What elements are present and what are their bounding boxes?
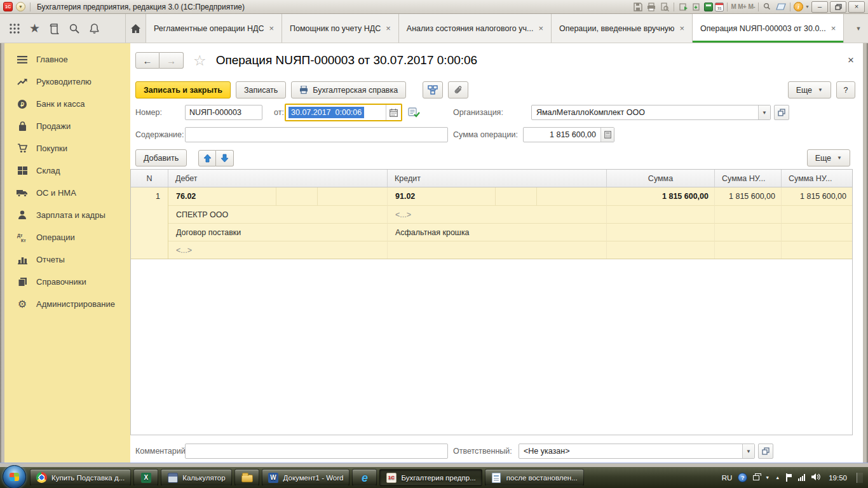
grid-more-button[interactable]: Еще▼ [807,149,850,166]
sidebar-item-reports[interactable]: Отчеты [4,248,130,271]
credit-analytics-cell[interactable]: <...> [388,205,607,223]
taskbar-ie-window[interactable]: e [352,469,377,486]
sum-cell[interactable]: 1 815 600,00 [607,187,715,205]
table-row[interactable]: 1 76.02 91.02 [131,187,852,205]
help-tray-icon[interactable]: ? [738,473,747,482]
forward-button[interactable]: → [159,52,184,69]
taskbar-chrome-window[interactable]: Купить Подставка д... [30,469,131,486]
posted-status-icon[interactable] [408,107,420,118]
organization-combobox[interactable]: ЯмалМеталлоКомплект ООО ▼ [531,105,771,120]
sidebar-item-fixed-assets[interactable]: ОС и НМА [4,182,130,204]
tab-overflow-button[interactable]: ▼ [849,14,868,43]
debit-analytics-cell[interactable]: Договор поставки [168,223,388,241]
favorite-star-icon[interactable]: ☆ [193,53,207,68]
start-button[interactable] [3,465,26,488]
print-icon[interactable] [646,1,657,12]
sum-nu-kt-cell[interactable]: 1 815 600,00 [782,187,852,205]
sidebar-item-warehouse[interactable]: Склад [4,159,130,182]
sidebar-item-directories[interactable]: Справочники [4,271,130,293]
responsible-open-button[interactable] [758,444,773,459]
table-row[interactable]: <...> [131,241,852,259]
organization-open-button[interactable] [774,105,789,120]
favorites-icon[interactable]: ★ [29,22,40,34]
tray-window-icon[interactable] [753,475,759,480]
sidebar-item-main[interactable]: Главное [4,48,130,71]
structure-report-button[interactable] [423,81,443,98]
attachments-button[interactable] [448,81,468,98]
credit-account-cell[interactable]: 91.02 [388,187,607,205]
scale-tool-icon[interactable] [775,1,787,12]
memory-mminus-button[interactable]: M- [748,3,755,10]
clock[interactable]: 19:50 [829,474,847,482]
debit-analytics-cell[interactable]: <...> [168,241,388,259]
minimize-button[interactable]: – [811,1,828,13]
sidebar-item-salary-hr[interactable]: Зарплата и кадры [4,204,130,226]
save-button[interactable]: Записать [236,81,286,98]
sidebar-item-bank-cash[interactable]: ₽ Банк и касса [4,93,130,115]
column-header-credit[interactable]: Кредит [388,170,607,187]
comment-input[interactable] [185,444,448,459]
show-desktop-button[interactable] [857,473,863,483]
restore-button[interactable] [830,1,846,13]
sidebar-item-manager[interactable]: Руководителю [4,71,130,93]
date-input[interactable]: 30.07.2017 0:00:06 [285,104,402,121]
history-icon[interactable] [49,23,60,34]
taskbar-explorer-window[interactable] [234,469,259,486]
amount-calculator-icon[interactable] [600,128,614,142]
column-header-n[interactable]: N [131,170,168,187]
responsible-combobox[interactable]: <Не указан> ▼ [519,444,755,459]
tab-close-icon[interactable]: × [831,24,836,32]
taskbar-1c-window[interactable]: 1С Бухгалтерия предпр... [379,469,482,486]
form-more-button[interactable]: Еще▼ [788,81,831,98]
tab-close-icon[interactable]: × [386,24,391,32]
sidebar-item-sales[interactable]: Продажи [4,115,130,137]
notifications-bell-icon[interactable] [89,23,100,34]
tab-close-icon[interactable]: × [538,24,543,32]
chevron-down-icon[interactable]: ▼ [742,444,754,458]
debit-analytics-cell[interactable]: СПЕКТР ООО [168,205,388,223]
accounting-certificate-button[interactable]: Бухгалтерская справка [291,81,406,98]
close-button[interactable]: × [848,1,865,13]
table-row[interactable]: Договор поставки Асфальтная крошка [131,223,852,241]
print-preview-icon[interactable] [659,1,670,12]
column-header-sum[interactable]: Сумма [607,170,715,187]
content-input[interactable] [185,127,448,142]
memory-mplus-button[interactable]: M+ [738,3,746,10]
tab-close-icon[interactable]: × [269,24,274,32]
volume-icon[interactable] [811,473,820,483]
taskbar-calculator-window[interactable]: Калькулятор [161,469,231,486]
taskbar-excel-window[interactable]: X [133,469,158,486]
taskbar-textdoc-window[interactable]: после востановлен... [485,469,584,486]
taskbar-word-window[interactable]: W Документ1 - Word [262,469,350,486]
sidebar-item-operations[interactable]: ДтКт Операции [4,226,130,248]
chevron-down-icon[interactable]: ▼ [758,105,770,119]
tab-tax-analysis[interactable]: Анализ состояния налогового уч... × [399,14,552,43]
search-icon[interactable] [69,23,80,34]
tray-dropdown-icon[interactable]: ▼ [765,475,770,480]
column-header-sum-nu-dt[interactable]: Сумма НУ... [715,170,782,187]
help-button[interactable]: ? [836,81,855,98]
info-icon[interactable]: i [794,2,803,11]
column-header-sum-nu-kt[interactable]: Сумма НУ... [782,170,852,187]
column-header-debit[interactable]: Дебет [168,170,388,187]
save-icon[interactable] [632,1,644,12]
credit-analytics-cell[interactable] [388,241,607,259]
memory-m-button[interactable]: M [731,3,736,10]
show-hidden-icons[interactable]: ▲ [775,475,780,480]
save-file-icon[interactable] [691,1,702,12]
zoom-tool-icon[interactable] [762,1,773,12]
sidebar-item-purchases[interactable]: Покупки [4,137,130,159]
calculator-icon[interactable] [704,3,713,11]
main-menu-button[interactable]: ▼ [16,2,25,11]
add-row-button[interactable]: Добавить [135,149,187,166]
info-dropdown-icon[interactable]: ▼ [805,4,810,9]
network-icon[interactable] [798,474,805,481]
date-picker-icon[interactable] [386,105,401,120]
tab-close-icon[interactable]: × [679,24,684,32]
tab-manual-operations[interactable]: Операции, введенные вручную × [552,14,693,43]
tab-reglament-nds[interactable]: Регламентные операции НДС × [146,14,282,43]
form-close-icon[interactable]: × [848,55,854,65]
apps-menu-icon[interactable] [9,23,20,34]
tab-operation-document[interactable]: Операция NUЯП-000003 от 30.0... × [693,14,844,43]
save-and-close-button[interactable]: Записать и закрыть [135,81,231,98]
